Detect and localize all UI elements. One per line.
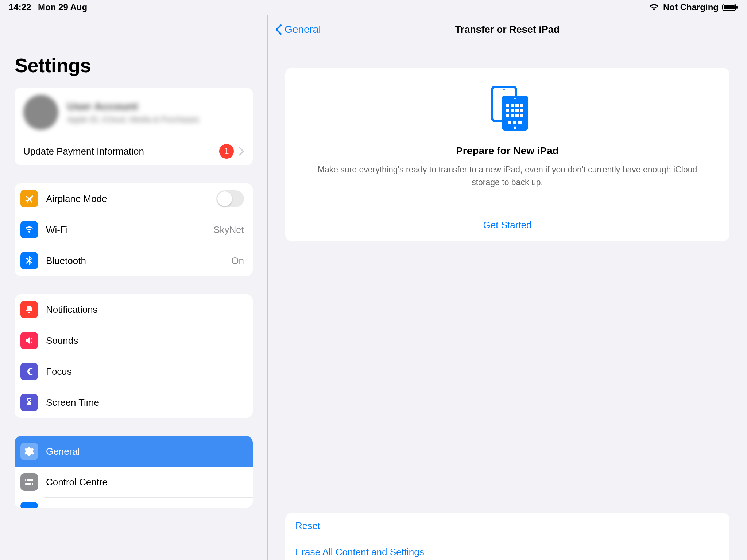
bluetooth-label: Bluetooth [46, 255, 231, 267]
svg-rect-25 [508, 121, 511, 124]
page-title: Transfer or Reset iPad [268, 24, 747, 35]
card-body: Make sure everything's ready to transfer… [300, 163, 715, 188]
profile-group: User Account Apple ID, iCloud, Media & P… [15, 88, 253, 165]
focus-label: Focus [46, 366, 244, 377]
profile-subtitle: Apple ID, iCloud, Media & Purchases [67, 115, 199, 124]
display-row-partial[interactable] [15, 498, 253, 508]
speaker-icon [20, 332, 38, 349]
svg-rect-24 [520, 114, 523, 117]
reset-button[interactable]: Reset [285, 513, 729, 539]
bell-icon [20, 301, 38, 318]
avatar [23, 95, 58, 130]
toggles-icon [20, 473, 38, 491]
chevron-right-icon [239, 147, 244, 156]
airplane-toggle[interactable] [216, 190, 244, 207]
bluetooth-icon [20, 252, 38, 269]
erase-all-button[interactable]: Erase All Content and Settings [285, 539, 729, 560]
svg-point-4 [26, 479, 27, 481]
wifi-settings-icon [20, 221, 38, 238]
back-label: General [285, 24, 321, 35]
gear-icon [20, 443, 38, 460]
svg-point-11 [514, 98, 516, 99]
profile-name: User Account [67, 100, 199, 113]
svg-rect-22 [511, 114, 514, 117]
bluetooth-row[interactable]: Bluetooth On [15, 245, 253, 276]
settings-sidebar: Settings User Account Apple ID, iCloud, … [0, 15, 268, 560]
general-label: General [46, 446, 244, 457]
chevron-left-icon [275, 24, 282, 35]
svg-point-8 [503, 89, 505, 90]
svg-rect-17 [506, 109, 509, 112]
status-date: Mon 29 Aug [38, 2, 87, 12]
screentime-label: Screen Time [46, 397, 244, 408]
svg-point-12 [514, 127, 516, 129]
update-payment-label: Update Payment Information [23, 146, 219, 157]
status-time: 14:22 [9, 2, 31, 12]
badge: 1 [219, 144, 234, 159]
sounds-row[interactable]: Sounds [15, 325, 253, 356]
update-payment-row[interactable]: Update Payment Information 1 [15, 137, 253, 165]
svg-rect-10 [502, 96, 528, 131]
wifi-value: SkyNet [213, 224, 244, 236]
airplane-icon [20, 190, 38, 207]
general-row[interactable]: General [15, 436, 253, 467]
general-group: General Control Centre [15, 436, 253, 508]
notifications-row[interactable]: Notifications [15, 294, 253, 325]
apple-id-row[interactable]: User Account Apple ID, iCloud, Media & P… [15, 88, 253, 137]
detail-pane: General Transfer or Reset iPad [268, 15, 747, 560]
svg-rect-19 [515, 109, 519, 112]
controlcentre-row[interactable]: Control Centre [15, 467, 253, 497]
svg-rect-1 [724, 5, 735, 9]
svg-rect-26 [513, 121, 516, 124]
svg-point-6 [31, 483, 32, 485]
svg-rect-13 [506, 104, 509, 107]
moon-icon [20, 363, 38, 380]
card-heading: Prepare for New iPad [300, 145, 715, 157]
connectivity-group: Airplane Mode Wi-Fi SkyNet Bluetooth On [15, 183, 253, 276]
svg-rect-23 [515, 114, 519, 117]
controlcentre-label: Control Centre [46, 477, 244, 488]
svg-rect-14 [511, 104, 514, 107]
svg-rect-16 [520, 104, 523, 107]
focus-row[interactable]: Focus [15, 356, 253, 387]
wifi-label: Wi-Fi [46, 224, 213, 236]
airplane-mode-label: Airplane Mode [46, 193, 216, 205]
screentime-row[interactable]: Screen Time [15, 387, 253, 418]
svg-rect-21 [506, 114, 509, 117]
svg-rect-27 [518, 121, 522, 124]
bluetooth-value: On [231, 255, 244, 267]
wifi-icon [649, 3, 659, 11]
hourglass-icon [20, 394, 38, 411]
get-started-button[interactable]: Get Started [285, 209, 729, 241]
nav-header: General Transfer or Reset iPad [268, 17, 747, 42]
notifications-label: Notifications [46, 304, 244, 315]
sounds-label: Sounds [46, 335, 244, 346]
display-icon [20, 502, 38, 508]
reset-group: Reset Erase All Content and Settings [285, 513, 729, 560]
svg-rect-15 [515, 104, 519, 107]
prepare-card: Prepare for New iPad Make sure everythin… [285, 68, 729, 241]
wifi-row[interactable]: Wi-Fi SkyNet [15, 214, 253, 245]
svg-rect-20 [520, 109, 523, 112]
settings-title: Settings [15, 54, 253, 77]
two-ipads-icon [300, 82, 715, 133]
battery-icon [722, 3, 738, 11]
status-battery-text: Not Charging [663, 2, 719, 12]
svg-rect-2 [736, 6, 738, 9]
airplane-mode-row[interactable]: Airplane Mode [15, 183, 253, 214]
back-button[interactable]: General [268, 24, 321, 35]
status-bar: 14:22 Mon 29 Aug Not Charging [0, 0, 747, 15]
alerts-group: Notifications Sounds Focus [15, 294, 253, 418]
svg-rect-18 [511, 109, 514, 112]
